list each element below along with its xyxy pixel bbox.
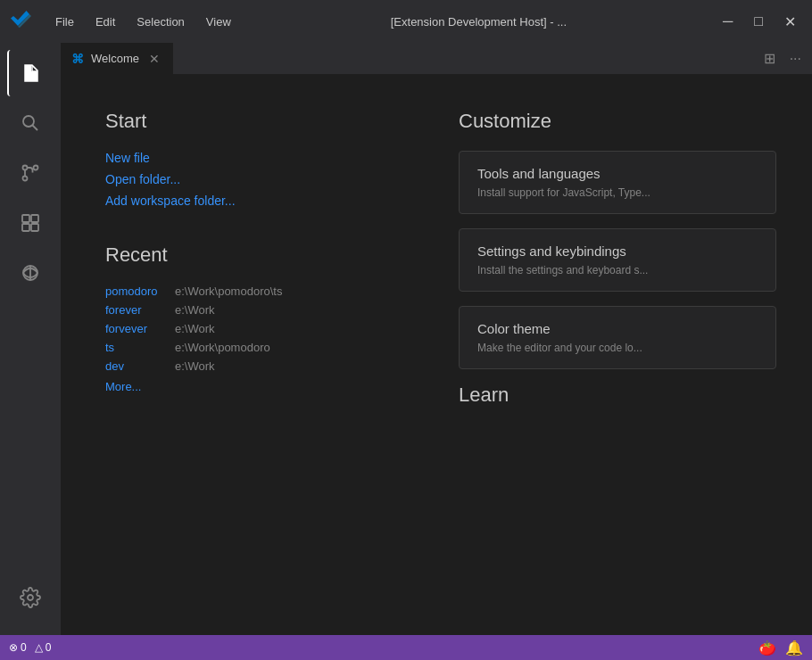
start-title: Start [105, 110, 423, 133]
more-actions-button[interactable]: ··· [786, 47, 805, 70]
source-control-activity-icon[interactable] [7, 150, 54, 196]
recent-item-3[interactable]: ts e:\Work\pomodoro [105, 341, 423, 354]
title-bar: File Edit Selection View [Extension Deve… [0, 0, 812, 43]
recent-section: Recent pomodoro e:\Work\pomodoro\ts fore… [105, 243, 423, 393]
close-button[interactable]: ✕ [779, 12, 801, 32]
recent-item-4[interactable]: dev e:\Work [105, 359, 423, 373]
app-logo [11, 11, 32, 32]
menu-file[interactable]: File [46, 12, 83, 32]
start-section: Start New file Open folder... Add worksp… [105, 110, 423, 208]
recent-name-2[interactable]: forvever [105, 322, 168, 335]
warning-count: 0 [46, 641, 52, 654]
menu-edit[interactable]: Edit [87, 12, 124, 32]
main-area: ⌘ Welcome ✕ ⊞ ··· Start New file Open fo… [0, 43, 812, 635]
svg-rect-7 [22, 224, 29, 231]
welcome-left-column: Start New file Open folder... Add worksp… [105, 110, 423, 599]
status-left: ⊗ 0 △ 0 [9, 641, 51, 654]
svg-point-2 [23, 166, 28, 170]
svg-rect-8 [31, 224, 38, 231]
recent-path-0: e:\Work\pomodoro\ts [175, 285, 282, 298]
settings-keybindings-title: Settings and keybindings [477, 243, 758, 259]
menu-selection[interactable]: Selection [128, 12, 193, 32]
explorer-activity-icon[interactable] [7, 50, 54, 96]
svg-point-11 [28, 595, 33, 600]
recent-title: Recent [105, 243, 423, 267]
recent-path-2: e:\Work [175, 322, 215, 335]
color-theme-card[interactable]: Color theme Make the editor and your cod… [459, 306, 776, 369]
bell-icon[interactable]: 🔔 [785, 639, 803, 656]
svg-point-4 [23, 177, 28, 181]
tab-actions: ⊞ ··· [753, 43, 812, 74]
svg-point-3 [34, 166, 38, 170]
extensions-activity-icon[interactable] [7, 200, 54, 246]
learn-title: Learn [459, 384, 776, 407]
maximize-button[interactable]: □ [749, 12, 768, 32]
customize-title: Customize [459, 110, 776, 133]
error-icon: ⊗ [9, 641, 18, 654]
editor-area: ⌘ Welcome ✕ ⊞ ··· Start New file Open fo… [61, 43, 812, 635]
svg-rect-5 [22, 215, 29, 222]
warning-icon: △ [35, 641, 43, 654]
color-theme-title: Color theme [477, 321, 758, 336]
menu-view[interactable]: View [197, 12, 240, 32]
tab-close-button[interactable]: ✕ [146, 51, 162, 67]
more-link[interactable]: More... [105, 380, 423, 393]
add-workspace-link[interactable]: Add workspace folder... [105, 194, 423, 208]
recent-item-1[interactable]: forever e:\Work [105, 303, 423, 317]
recent-item-0[interactable]: pomodoro e:\Work\pomodoro\ts [105, 285, 423, 298]
new-file-link[interactable]: New file [105, 151, 423, 165]
recent-name-4[interactable]: dev [105, 359, 168, 373]
vs-logo-icon: ⌘ [71, 52, 84, 66]
welcome-page: Start New file Open folder... Add worksp… [61, 74, 812, 635]
tools-languages-card[interactable]: Tools and languages Install support for … [459, 151, 776, 214]
tools-languages-title: Tools and languages [477, 166, 758, 181]
welcome-right-column: Customize Tools and languages Install su… [459, 110, 776, 599]
menu-bar: File Edit Selection View [46, 12, 240, 32]
recent-name-1[interactable]: forever [105, 303, 168, 317]
tab-bar: ⌘ Welcome ✕ ⊞ ··· [61, 43, 812, 74]
welcome-tab[interactable]: ⌘ Welcome ✕ [61, 43, 174, 74]
recent-path-1: e:\Work [175, 303, 215, 317]
settings-keybindings-card[interactable]: Settings and keybindings Install the set… [459, 228, 776, 292]
remote-activity-icon[interactable] [7, 250, 54, 296]
split-editor-button[interactable]: ⊞ [760, 46, 779, 70]
open-folder-link[interactable]: Open folder... [105, 172, 423, 186]
recent-item-2[interactable]: forvever e:\Work [105, 322, 423, 335]
window-controls: ─ □ ✕ [717, 12, 801, 32]
svg-point-0 [23, 116, 34, 127]
recent-path-3: e:\Work\pomodoro [175, 341, 270, 354]
recent-name-3[interactable]: ts [105, 341, 168, 354]
error-status-item[interactable]: ⊗ 0 △ 0 [9, 641, 51, 654]
activity-bar [0, 43, 61, 635]
status-right: 🍅 🔔 [758, 639, 803, 656]
svg-line-1 [33, 126, 38, 131]
minimize-button[interactable]: ─ [717, 12, 738, 32]
color-theme-desc: Make the editor and your code lo... [477, 342, 758, 354]
tools-languages-desc: Install support for JavaScript, Type... [477, 186, 758, 199]
tab-label: Welcome [91, 52, 139, 65]
settings-keybindings-desc: Install the settings and keyboard s... [477, 264, 758, 276]
status-bar: ⊗ 0 △ 0 🍅 🔔 [0, 635, 812, 660]
tomato-icon[interactable]: 🍅 [758, 639, 776, 656]
recent-path-4: e:\Work [175, 359, 215, 373]
window-title: [Extension Development Host] - ... [254, 15, 703, 29]
error-count: 0 [21, 641, 27, 654]
recent-name-0[interactable]: pomodoro [105, 285, 168, 298]
search-activity-icon[interactable] [7, 100, 54, 146]
svg-rect-6 [31, 215, 38, 222]
settings-activity-icon[interactable] [7, 574, 54, 621]
